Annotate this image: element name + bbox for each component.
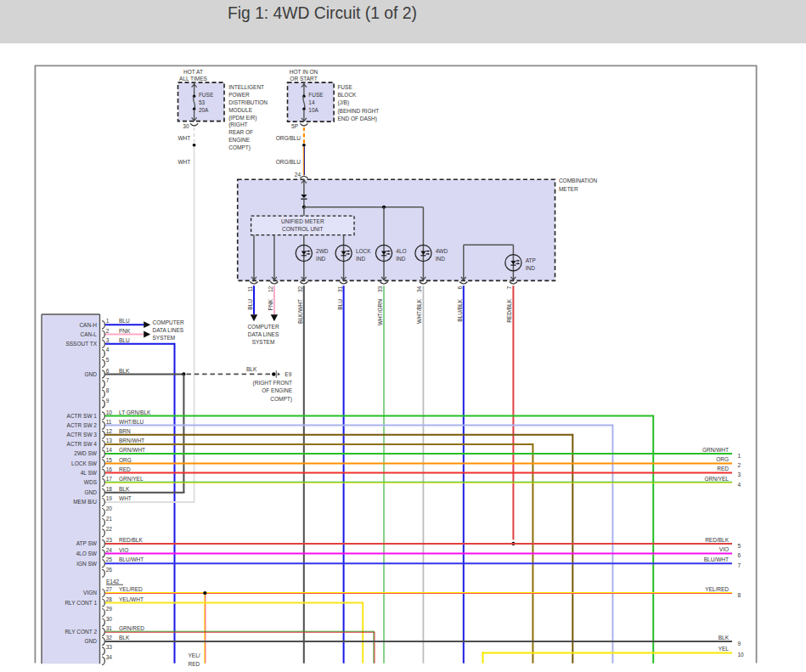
svg-text:ATP SW: ATP SW <box>76 540 98 546</box>
svg-text:PNK: PNK <box>119 328 131 334</box>
svg-text:RED: RED <box>119 466 131 472</box>
svg-text:BLK: BLK <box>119 368 130 374</box>
svg-text:15: 15 <box>106 457 113 463</box>
svg-text:BLK: BLK <box>119 486 130 492</box>
svg-text:FUSE: FUSE <box>337 84 352 90</box>
svg-text:GND: GND <box>85 489 98 495</box>
svg-text:BRN: BRN <box>119 428 131 434</box>
svg-text:SYSTEM: SYSTEM <box>252 339 275 345</box>
svg-text:ALL TIMES: ALL TIMES <box>179 76 208 82</box>
svg-text:BLU/WHT: BLU/WHT <box>119 556 144 562</box>
svg-text:31: 31 <box>106 625 113 631</box>
svg-text:VIGN: VIGN <box>83 590 97 596</box>
svg-text:HOT IN ON: HOT IN ON <box>290 69 318 75</box>
svg-text:GRN/YEL: GRN/YEL <box>119 476 144 482</box>
svg-text:7: 7 <box>738 562 741 568</box>
svg-text:COMPT): COMPT) <box>270 396 292 403</box>
svg-text:COMPUTER: COMPUTER <box>153 319 185 325</box>
svg-text:UNIFIED METER: UNIFIED METER <box>281 218 324 224</box>
svg-text:5: 5 <box>106 357 110 363</box>
svg-text:10A: 10A <box>308 107 318 113</box>
svg-text:IND: IND <box>436 256 446 262</box>
svg-text:YEL/RED: YEL/RED <box>119 586 143 592</box>
svg-text:32: 32 <box>106 635 113 641</box>
svg-text:YEL: YEL <box>719 646 730 652</box>
svg-text:COMPT): COMPT) <box>228 144 251 151</box>
svg-text:RED: RED <box>717 466 729 472</box>
svg-text:INTELLIGENT: INTELLIGENT <box>228 84 264 90</box>
svg-text:HOT AT: HOT AT <box>183 69 203 75</box>
svg-text:12: 12 <box>268 285 273 292</box>
svg-text:CAN-L: CAN-L <box>80 331 97 337</box>
svg-text:28: 28 <box>106 596 113 602</box>
svg-text:ATP: ATP <box>526 257 536 263</box>
svg-text:4WD: 4WD <box>436 248 448 254</box>
svg-text:POWER: POWER <box>228 92 250 98</box>
svg-text:GRN/YEL: GRN/YEL <box>704 476 729 482</box>
svg-text:4: 4 <box>738 482 741 488</box>
svg-text:4L SW: 4L SW <box>81 470 98 476</box>
svg-text:BRN/WHT: BRN/WHT <box>119 438 144 443</box>
svg-text:20: 20 <box>106 505 113 511</box>
svg-text:(RIGHT FRONT: (RIGHT FRONT <box>253 380 292 387</box>
svg-text:BLK: BLK <box>246 366 257 372</box>
svg-text:BLU: BLU <box>337 299 343 310</box>
svg-text:GRN/WHT: GRN/WHT <box>119 447 145 453</box>
svg-text:CAN-H: CAN-H <box>79 322 97 328</box>
svg-text:(RIGHT: (RIGHT <box>228 121 247 128</box>
svg-text:METER: METER <box>559 186 578 192</box>
svg-text:RED/BLK: RED/BLK <box>119 537 143 543</box>
svg-text:13: 13 <box>106 438 113 443</box>
svg-text:(J/B): (J/B) <box>337 99 349 106</box>
svg-text:2WD: 2WD <box>316 248 329 254</box>
svg-text:10: 10 <box>738 652 745 658</box>
svg-text:1: 1 <box>106 318 110 324</box>
svg-text:5: 5 <box>738 543 741 549</box>
svg-text:16: 16 <box>106 466 113 472</box>
svg-text:YEL/WHT: YEL/WHT <box>119 596 144 602</box>
svg-text:4LO SW: 4LO SW <box>76 551 97 556</box>
svg-text:12: 12 <box>106 428 113 434</box>
svg-text:7: 7 <box>106 377 110 383</box>
svg-text:FUSE: FUSE <box>199 92 214 98</box>
svg-text:BLOCK: BLOCK <box>337 92 357 98</box>
svg-text:IND: IND <box>356 256 366 262</box>
svg-text:YEL/: YEL/ <box>189 652 200 658</box>
svg-text:8: 8 <box>106 387 110 393</box>
svg-text:33: 33 <box>106 644 113 650</box>
svg-text:DATA LINES: DATA LINES <box>153 327 184 333</box>
svg-text:RLY CONT 1: RLY CONT 1 <box>65 600 97 606</box>
svg-text:LOCK SW: LOCK SW <box>71 460 98 466</box>
svg-text:19: 19 <box>106 495 113 501</box>
svg-text:BLK: BLK <box>119 635 130 641</box>
svg-text:RED: RED <box>189 661 200 667</box>
svg-text:23: 23 <box>106 537 113 543</box>
svg-text:3: 3 <box>738 472 741 477</box>
svg-text:34: 34 <box>106 654 113 660</box>
svg-text:8: 8 <box>738 592 741 598</box>
svg-text:GND: GND <box>85 638 98 644</box>
svg-text:31: 31 <box>337 285 343 292</box>
svg-text:IGN SW: IGN SW <box>76 561 98 567</box>
svg-text:53: 53 <box>199 99 206 105</box>
svg-text:3: 3 <box>106 337 110 343</box>
svg-text:ACTR SW 3: ACTR SW 3 <box>67 432 98 438</box>
svg-text:27: 27 <box>106 586 113 592</box>
svg-text:11: 11 <box>106 419 112 425</box>
svg-text:SYSTEM: SYSTEM <box>153 335 176 341</box>
svg-text:24: 24 <box>295 172 302 178</box>
svg-text:30: 30 <box>183 123 189 129</box>
svg-text:14: 14 <box>106 447 113 453</box>
svg-text:RLY CONT 2: RLY CONT 2 <box>65 629 97 635</box>
svg-text:BLK/WHT: BLK/WHT <box>297 299 303 324</box>
svg-text:WHT: WHT <box>178 159 190 165</box>
svg-text:ORG: ORG <box>716 456 729 462</box>
svg-text:ENGINE: ENGINE <box>228 137 251 143</box>
svg-text:COMBINATION: COMBINATION <box>559 178 598 184</box>
svg-text:CONTROL UNIT: CONTROL UNIT <box>282 226 324 232</box>
svg-text:IND: IND <box>526 265 536 271</box>
svg-text:ORG/BLU: ORG/BLU <box>276 159 302 165</box>
svg-text:9: 9 <box>106 398 110 404</box>
svg-text:RED/BLK: RED/BLK <box>705 537 729 543</box>
svg-text:WHT/BLU: WHT/BLU <box>119 419 144 425</box>
